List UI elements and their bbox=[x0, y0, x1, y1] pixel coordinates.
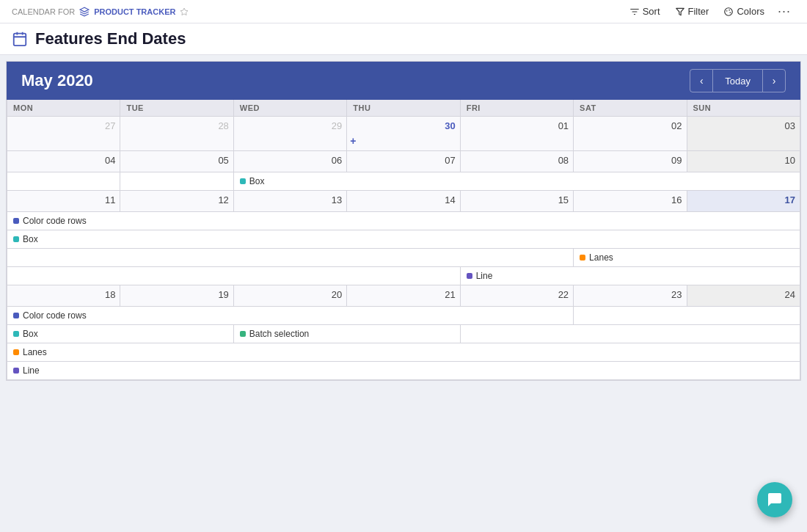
evt-color-code-rows-w4: Color code rows bbox=[7, 307, 574, 325]
day-header-thu: THU bbox=[347, 100, 460, 117]
day-header-fri: FRI bbox=[460, 100, 573, 117]
date-number: 30 bbox=[350, 120, 456, 134]
date-number: 28 bbox=[123, 120, 230, 134]
evt-box-w4: Box bbox=[7, 325, 234, 343]
evt-line-w3: Line bbox=[460, 267, 800, 285]
date-number: 13 bbox=[237, 194, 343, 208]
event-lanes-w4[interactable]: Lanes bbox=[7, 344, 800, 360]
day-header-tue: TUE bbox=[120, 100, 233, 117]
date-number: 27 bbox=[10, 120, 117, 134]
event-dot bbox=[580, 255, 585, 260]
svg-rect-5 bbox=[14, 34, 26, 45]
colors-button[interactable]: Colors bbox=[717, 3, 770, 20]
event-batch-selection[interactable]: Batch selection bbox=[234, 326, 460, 342]
date-number: 24 bbox=[690, 289, 797, 303]
day-may07: 07 bbox=[347, 151, 460, 172]
svg-point-4 bbox=[730, 12, 731, 13]
day-apr29: 29 bbox=[233, 117, 346, 151]
top-bars: CALENDAR FOR PRODUCT TRACKER Sort bbox=[0, 0, 807, 55]
event-color-code-rows-w4[interactable]: Color code rows bbox=[7, 307, 573, 324]
day-header-sat: SAT bbox=[574, 100, 687, 117]
date-number: 12 bbox=[123, 194, 230, 208]
next-month-button[interactable]: › bbox=[762, 69, 786, 92]
event-box[interactable]: Box bbox=[234, 173, 800, 189]
event-label: Color code rows bbox=[23, 310, 87, 321]
day-apr27: 27 bbox=[7, 117, 120, 151]
chat-button[interactable] bbox=[757, 482, 792, 517]
week-3-dates: 11 12 13 14 15 16 bbox=[7, 191, 800, 212]
day-apr30: 30 + bbox=[347, 117, 460, 151]
date-number: 21 bbox=[350, 289, 456, 303]
calendar-table: MON TUE WED THU FRI SAT SUN 27 28 bbox=[7, 100, 800, 380]
toolbar: CALENDAR FOR PRODUCT TRACKER Sort bbox=[0, 0, 807, 23]
toolbar-actions: Sort Filter Colors ··· bbox=[624, 1, 795, 22]
week-4-events-2: Box Batch selection bbox=[7, 325, 800, 343]
day-may01: 01 bbox=[460, 117, 573, 151]
evt-empty bbox=[460, 325, 800, 343]
day-may09: 09 bbox=[574, 151, 687, 172]
day-headers-row: MON TUE WED THU FRI SAT SUN bbox=[7, 100, 800, 117]
evt-batch-w4: Batch selection bbox=[233, 325, 460, 343]
evt-empty bbox=[7, 267, 461, 285]
event-label: Line bbox=[476, 271, 493, 281]
evt-empty bbox=[7, 249, 574, 267]
filter-button[interactable]: Filter bbox=[669, 3, 715, 20]
svg-point-3 bbox=[729, 9, 731, 10]
event-label: Lanes bbox=[23, 347, 47, 357]
prev-month-button[interactable]: ‹ bbox=[690, 69, 713, 92]
week-3-events-2: Box bbox=[7, 230, 800, 249]
date-number: 09 bbox=[577, 155, 683, 169]
date-number: 06 bbox=[237, 155, 343, 169]
colors-icon bbox=[723, 7, 734, 17]
event-label: Lanes bbox=[589, 252, 613, 263]
event-dot bbox=[13, 368, 19, 374]
day-may13: 13 bbox=[233, 191, 346, 212]
calendar-area: May 2020 ‹ Today › MON TUE WED THU FRI S… bbox=[0, 55, 807, 532]
filter-icon bbox=[675, 7, 685, 17]
event-box-w3[interactable]: Box bbox=[7, 231, 800, 247]
date-number: 23 bbox=[577, 289, 683, 303]
svg-marker-0 bbox=[180, 8, 188, 15]
week-3-lanes-row: Lanes bbox=[7, 249, 800, 267]
evt-box-week2: Box bbox=[233, 172, 800, 191]
product-tracker-link[interactable]: PRODUCT TRACKER bbox=[94, 7, 175, 16]
day-may14: 14 bbox=[347, 191, 460, 212]
date-number: 15 bbox=[464, 194, 570, 208]
week-1-dates: 27 28 29 30 + 01 0 bbox=[7, 117, 800, 151]
evt-line-w4: Line bbox=[7, 362, 800, 380]
day-may04: 04 bbox=[7, 151, 120, 172]
today-button[interactable]: Today bbox=[713, 69, 762, 92]
event-line-w4[interactable]: Line bbox=[7, 362, 800, 379]
event-dot bbox=[13, 236, 19, 242]
evt-empty bbox=[120, 172, 233, 191]
date-number: 16 bbox=[577, 194, 683, 208]
evt-empty bbox=[7, 172, 120, 191]
sort-button[interactable]: Sort bbox=[624, 3, 666, 20]
star-icon[interactable] bbox=[180, 7, 189, 16]
product-icon bbox=[79, 7, 90, 17]
app-container: CALENDAR FOR PRODUCT TRACKER Sort bbox=[0, 0, 807, 532]
chat-icon bbox=[766, 491, 784, 509]
more-options-button[interactable]: ··· bbox=[773, 1, 795, 22]
day-may05: 05 bbox=[120, 151, 233, 172]
day-may17: 17 bbox=[687, 191, 800, 212]
evt-color-code-rows-w3: Color code rows bbox=[7, 212, 800, 230]
event-box-w4[interactable]: Box bbox=[7, 326, 233, 342]
day-may18: 18 bbox=[7, 285, 120, 307]
event-dot bbox=[240, 331, 246, 337]
event-color-code-rows[interactable]: Color code rows bbox=[7, 213, 800, 229]
evt-empty bbox=[574, 307, 800, 325]
event-dot bbox=[13, 331, 19, 337]
week-4-events-3: Lanes bbox=[7, 343, 800, 362]
sort-icon bbox=[629, 7, 640, 17]
week-2-events: Box bbox=[7, 172, 800, 191]
add-event-button[interactable]: + bbox=[350, 135, 356, 147]
evt-lanes-w4: Lanes bbox=[7, 343, 800, 362]
day-may23: 23 bbox=[574, 285, 687, 307]
event-lanes-w3[interactable]: Lanes bbox=[574, 249, 800, 266]
event-line-w3[interactable]: Line bbox=[461, 268, 800, 284]
event-dot bbox=[240, 178, 246, 184]
calendar-for-text: CALENDAR FOR bbox=[12, 7, 75, 16]
date-number: 04 bbox=[10, 155, 117, 169]
date-number: 11 bbox=[10, 194, 117, 208]
